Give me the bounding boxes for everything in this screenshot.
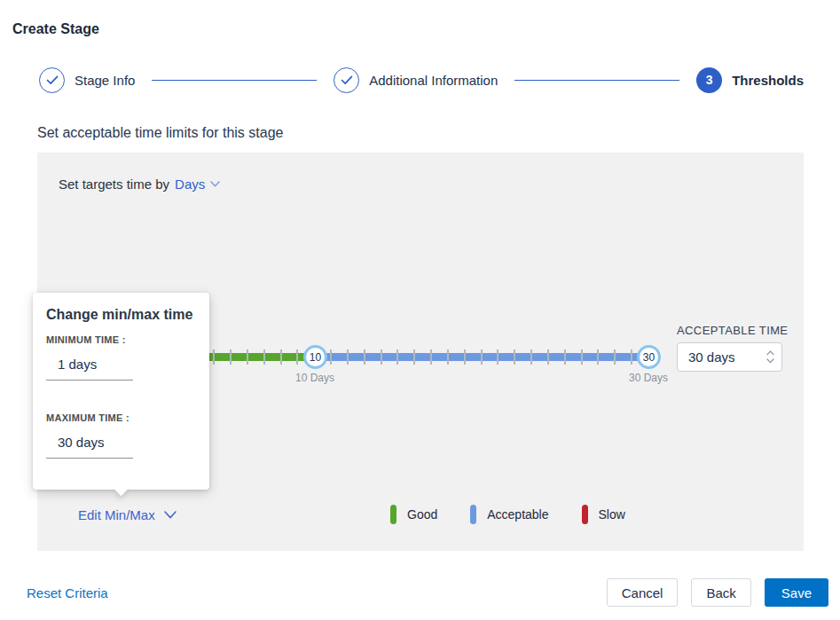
slider-tick [514, 349, 515, 365]
slider-tick [530, 349, 532, 365]
slider-tick [464, 349, 466, 365]
slider-tick [364, 349, 365, 365]
back-button[interactable]: Back [691, 578, 750, 607]
acceptable-swatch [470, 505, 476, 524]
slider-tick [597, 349, 599, 365]
slider-tick [396, 349, 398, 365]
wizard-stepper: Stage Info Additional Information 3 Thre… [39, 67, 804, 92]
slider-min-handle-label: 10 Days [295, 372, 334, 384]
step-label: Thresholds [732, 73, 804, 88]
step-label: Stage Info [75, 73, 135, 88]
acceptable-time-stepper[interactable] [766, 350, 774, 364]
step-complete-circle [39, 67, 65, 93]
slider-tick [213, 349, 215, 365]
page-title: Create Stage [12, 21, 99, 37]
slider-tick [614, 349, 616, 365]
step-number: 3 [706, 73, 713, 87]
unit-dropdown[interactable]: Days [175, 177, 220, 192]
save-button[interactable]: Save [765, 578, 828, 607]
check-icon [341, 75, 353, 85]
slider-tick [413, 349, 415, 365]
legend-label: Good [407, 507, 437, 522]
slider-tick [581, 349, 583, 365]
slider-tick [247, 349, 248, 365]
good-swatch [390, 505, 396, 524]
targets-row: Set targets time by Days [59, 177, 220, 192]
slider-max-handle[interactable]: 30 [637, 345, 661, 369]
slider-tick [230, 349, 232, 365]
acceptable-time-label: ACCEPTABLE TIME [677, 324, 788, 337]
edit-minmax-label: Edit Min/Max [78, 507, 155, 522]
slider-tick [481, 349, 483, 365]
reset-criteria-link[interactable]: Reset Criteria [27, 585, 108, 600]
legend: Good Acceptable Slow [390, 505, 625, 524]
minimum-time-label: MINIMUM TIME : [46, 334, 196, 345]
legend-item-good: Good [390, 505, 437, 524]
change-minmax-popup: Change min/max time MINIMUM TIME : 1 day… [33, 293, 209, 490]
chevron-down-icon [210, 181, 220, 187]
slider-max-handle-label: 30 Days [629, 372, 668, 384]
slider-tick [564, 349, 566, 365]
popup-spacer [46, 381, 196, 401]
step-thresholds[interactable]: 3 Thresholds [696, 67, 804, 93]
edit-minmax-button[interactable]: Edit Min/Max [78, 507, 177, 522]
acceptable-time-value: 30 days [688, 349, 766, 365]
chevron-down-icon [164, 511, 177, 519]
chevron-down-icon[interactable] [766, 358, 774, 364]
stepper-connector [514, 80, 679, 81]
targets-prefix-label: Set targets time by [59, 177, 169, 192]
slider-tick [547, 349, 549, 365]
step-complete-circle [334, 67, 359, 93]
maximum-time-label: MAXIMUM TIME : [46, 412, 196, 423]
legend-item-slow: Slow [582, 505, 625, 524]
step-additional-information[interactable]: Additional Information [334, 67, 498, 93]
slider-tick [497, 349, 499, 365]
slider-tick [296, 349, 298, 365]
stepper-connector [152, 80, 317, 81]
legend-item-acceptable: Acceptable [470, 505, 548, 524]
section-heading: Set acceptable time limits for this stag… [37, 125, 283, 141]
slow-swatch [582, 505, 588, 524]
popup-title: Change min/max time [46, 307, 196, 323]
footer-buttons: Cancel Back Save [607, 578, 828, 607]
slider-tick [347, 349, 349, 365]
legend-label: Slow [599, 507, 625, 522]
slider-max-handle-value: 30 [643, 351, 655, 364]
step-stage-info[interactable]: Stage Info [39, 67, 135, 93]
slider-tick [381, 349, 382, 365]
legend-label: Acceptable [487, 507, 548, 522]
slider-tick [280, 349, 282, 365]
slider-min-handle-value: 10 [310, 351, 321, 364]
slider-tick [631, 349, 632, 365]
check-icon [46, 75, 59, 85]
step-number-circle: 3 [696, 67, 722, 93]
slider-min-handle[interactable]: 10 [303, 345, 327, 369]
acceptable-time-input[interactable]: 30 days [677, 342, 782, 372]
chevron-up-icon[interactable] [766, 350, 774, 356]
slider-tick [263, 349, 265, 365]
cancel-button[interactable]: Cancel [607, 578, 679, 607]
unit-dropdown-value: Days [175, 177, 205, 192]
step-label: Additional Information [369, 73, 498, 88]
slider-tick [330, 349, 332, 365]
slider-tick [447, 349, 449, 365]
minimum-time-field[interactable]: 1 days [46, 355, 133, 381]
maximum-time-field[interactable]: 30 days [46, 433, 133, 459]
slider-tick [430, 349, 432, 365]
